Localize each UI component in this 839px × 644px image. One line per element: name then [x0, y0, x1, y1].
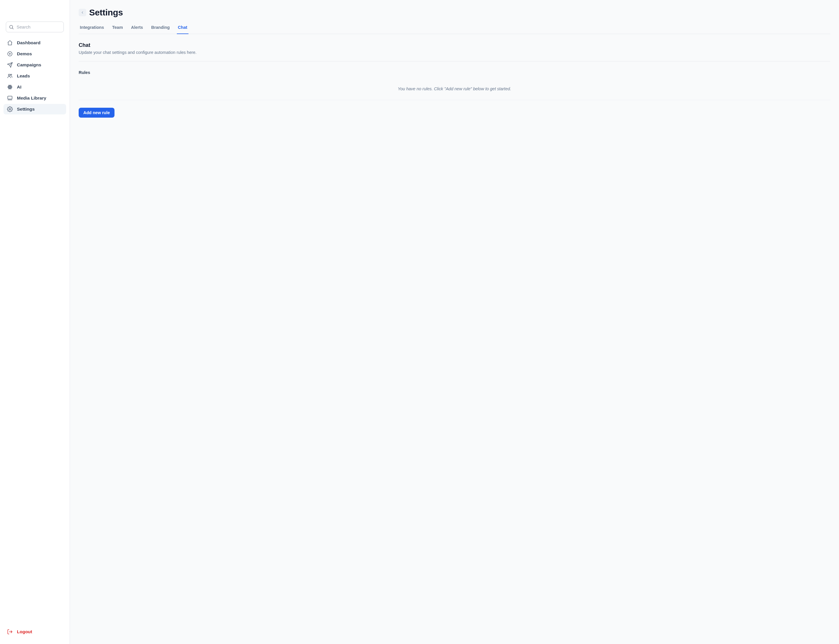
sidebar-item-label: Dashboard [17, 40, 41, 45]
sidebar-logo-placeholder [3, 5, 66, 21]
logout-label: Logout [17, 629, 32, 634]
page-title: Settings [89, 8, 123, 18]
add-new-rule-button[interactable]: Add new rule [79, 108, 114, 118]
sidebar-item-label: Campaigns [17, 62, 41, 67]
search-field [6, 21, 64, 32]
users-icon [7, 73, 13, 79]
svg-point-6 [8, 74, 10, 76]
svg-marker-3 [9, 53, 11, 55]
tab-chat[interactable]: Chat [177, 24, 188, 34]
tab-alerts[interactable]: Alerts [130, 24, 144, 34]
sidebar-item-label: Demos [17, 51, 32, 56]
logout-icon [7, 629, 13, 635]
divider [79, 61, 830, 61]
logout-button[interactable]: Logout [3, 626, 66, 637]
search-input[interactable] [6, 21, 64, 32]
sidebar-item-label: Media Library [17, 95, 46, 101]
chevron-left-icon [81, 10, 84, 15]
tab-team[interactable]: Team [111, 24, 124, 34]
main-content: Settings Integrations Team Alerts Brandi… [70, 0, 839, 644]
sidebar-item-leads[interactable]: Leads [3, 71, 66, 81]
svg-point-0 [10, 25, 13, 28]
sidebar-item-settings[interactable]: Settings [3, 104, 66, 114]
search-icon [9, 25, 14, 30]
send-icon [7, 62, 13, 68]
sidebar-item-dashboard[interactable]: Dashboard [3, 38, 66, 48]
play-circle-icon [7, 51, 13, 57]
tab-integrations[interactable]: Integrations [79, 24, 105, 34]
sidebar: Dashboard Demos Campaigns Leads AI [0, 0, 70, 644]
home-icon [7, 40, 13, 46]
sidebar-item-campaigns[interactable]: Campaigns [3, 60, 66, 70]
svg-line-1 [12, 28, 13, 29]
sidebar-nav: Dashboard Demos Campaigns Leads AI [3, 38, 66, 114]
rules-empty-state: You have no rules. Click "Add new rule" … [79, 87, 830, 91]
section-subtitle: Update your chat settings and configure … [79, 50, 830, 55]
sidebar-item-label: AI [17, 84, 21, 90]
sidebar-item-media-library[interactable]: Media Library [3, 93, 66, 104]
page-header: Settings [79, 8, 830, 18]
sidebar-item-label: Settings [17, 107, 35, 112]
sidebar-item-label: Leads [17, 73, 30, 79]
svg-point-8 [9, 87, 10, 87]
settings-tabs: Integrations Team Alerts Branding Chat [79, 24, 830, 34]
rules-heading: Rules [79, 70, 830, 75]
tab-branding[interactable]: Branding [150, 24, 171, 34]
gear-icon [7, 106, 13, 112]
svg-point-7 [10, 74, 12, 76]
atom-icon [7, 84, 13, 90]
chat-section: Chat Update your chat settings and confi… [79, 34, 830, 118]
svg-point-14 [9, 108, 11, 110]
section-title: Chat [79, 42, 830, 48]
svg-rect-12 [8, 96, 12, 99]
sidebar-item-ai[interactable]: AI [3, 82, 66, 92]
monitor-icon [7, 95, 13, 101]
back-button[interactable] [79, 9, 86, 16]
sidebar-item-demos[interactable]: Demos [3, 49, 66, 59]
